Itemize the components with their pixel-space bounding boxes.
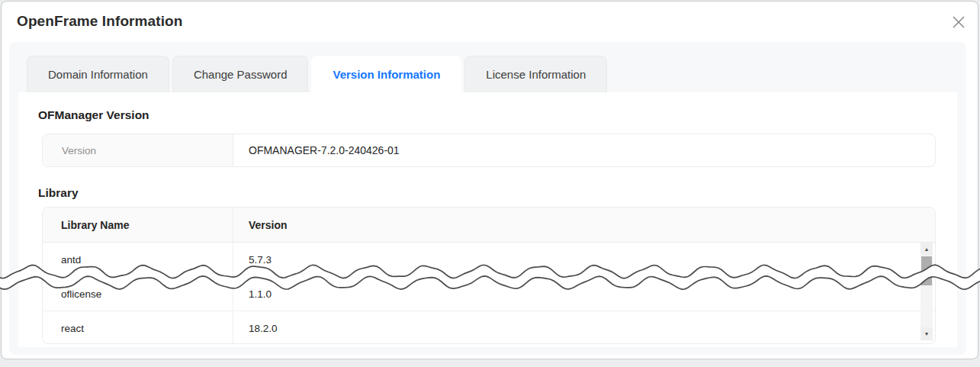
column-header-library-name: Library Name [43,208,233,242]
close-icon [952,15,966,29]
ofmanager-version-row: Version OFMANAGER-7.2.0-240426-01 [42,134,936,167]
library-name-cell: oflicense [43,277,233,311]
scroll-up-icon[interactable]: ▲ [921,243,933,256]
version-value: OFMANAGER-7.2.0-240426-01 [233,134,935,166]
library-heading: Library [38,187,937,199]
tab-change-password[interactable]: Change Password [172,56,309,92]
close-button[interactable] [949,12,969,32]
tab-license-information[interactable]: License Information [464,56,607,92]
tab-version-information[interactable]: Version Information [311,56,461,92]
tab-bar: Domain InformationChange PasswordVersion… [9,56,966,92]
library-table-header: Library NameVersion [43,208,935,243]
library-version-cell: 5.7.3 [233,243,935,276]
scrollbar-thumb[interactable] [921,256,932,285]
column-header-version: Version [233,208,935,242]
openframe-information-dialog: OpenFrame Information Domain Information… [1,1,978,359]
library-table: Library NameVersionantd5.7.3oflicense1.1… [42,207,936,344]
version-label: Version [43,134,233,166]
tab-domain-information[interactable]: Domain Information [27,56,169,92]
library-name-cell: react [43,311,233,344]
library-name-cell: antd [43,243,233,276]
table-row: oflicense1.1.0 [43,277,935,311]
ofmanager-version-heading: OFManager Version [38,109,937,121]
page-title: OpenFrame Information [17,13,182,30]
library-version-cell: 18.2.0 [233,311,935,344]
library-version-cell: 1.1.0 [233,277,935,311]
tab-container: Domain InformationChange PasswordVersion… [9,42,966,355]
table-row: react18.2.0 [43,311,935,344]
version-information-panel: OFManager Version Version OFMANAGER-7.2.… [18,92,957,347]
table-row: antd5.7.3 [43,243,935,277]
library-table-scrollbar[interactable]: ▲ ▼ [921,243,933,340]
scroll-down-icon[interactable]: ▼ [921,327,933,340]
